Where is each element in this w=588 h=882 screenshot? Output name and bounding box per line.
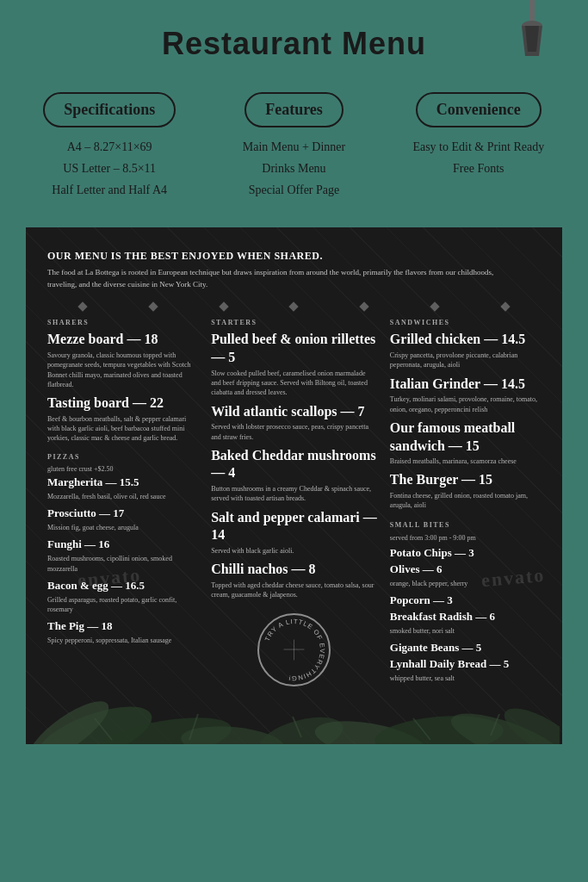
funghi-name: Funghi — 16 (47, 537, 198, 552)
sandwich-burger: The Burger — 15 Fontina cheese, grilled … (390, 471, 541, 510)
menu-tagline: OUR MENU IS THE BEST ENJOYED WHEN SHARED… (47, 249, 495, 264)
spec-badge-convenience: Convenience (416, 92, 542, 127)
pizza-margherita: Margherita — 15.5 Mozzarella, fresh basi… (47, 475, 198, 501)
diamond-row (47, 303, 541, 310)
spec-line-3: Half Letter and Half A4 (26, 179, 193, 201)
burger-name: The Burger — 15 (390, 471, 541, 489)
starter-scallops: Wild atlantic scallops — 7 Served with l… (211, 403, 377, 442)
potato-chips-name: Potato Chips — 3 (390, 546, 541, 561)
diamond-6 (430, 302, 439, 312)
menu-top-section: OUR MENU IS THE BEST ENJOYED WHEN SHARED… (47, 249, 541, 291)
sandwich-grilled-chicken: Grilled chicken — 14.5 Crispy pancetta, … (390, 331, 541, 370)
pizza-funghi: Funghi — 16 Roasted mushrooms, cipollini… (47, 537, 198, 573)
starter-mushrooms: Baked Cheddar mushrooms — 4 Button mushr… (211, 447, 377, 504)
tasting-desc: Beef & bourbon meatballs, salt & pepper … (47, 414, 198, 444)
pizza-bacon-egg: Bacon & egg — 16.5 Grilled asparagus, ro… (47, 579, 198, 614)
pizzas-label: PIZZAS (47, 453, 198, 461)
page-title: Restaurant Menu (17, 26, 571, 62)
diamond-4 (289, 302, 299, 312)
pizza-note: gluten free crust +$2.50 (47, 465, 198, 473)
spec-feat-2: Drinks Menu (210, 158, 377, 179)
prosciutto-name: Prosciutto — 17 (47, 506, 198, 521)
grilled-chicken-name: Grilled chicken — 14.5 (390, 331, 541, 349)
pulled-beef-name: Pulled beef & onion rillettes — 5 (211, 331, 377, 367)
spec-line-1: A4 – 8.27×11×69 (26, 136, 193, 158)
grilled-chicken-desc: Crispy pancetta, provolone piccante, cal… (390, 351, 541, 370)
starter-calamari: Salt and pepper calamari — 14 Served wit… (211, 509, 377, 556)
diamond-2 (148, 302, 158, 312)
calamari-desc: Served with black garlic aioli. (211, 546, 377, 556)
pulled-beef-desc: Slow cooked pulled beef, caramelised oni… (211, 369, 377, 398)
meatball-desc: Braised meatballs, marinara, scamorza ch… (390, 457, 541, 466)
bacon-egg-name: Bacon & egg — 16.5 (47, 579, 198, 593)
menu-col-mid: STARTERS Pulled beef & onion rillettes —… (211, 319, 377, 687)
spec-badge-features: Features (244, 92, 344, 127)
starter-nachos: Chilli nachos — 8 Topped with aged chedd… (211, 561, 377, 599)
spec-col-specifications: Specifications A4 – 8.27×11×69 US Letter… (26, 92, 193, 202)
mushrooms-desc: Button mushrooms in a creamy Cheddar & s… (211, 484, 377, 503)
funghi-desc: Roasted mushrooms, cipollini onion, smok… (47, 554, 198, 573)
pig-name: The Pig — 18 (47, 619, 198, 634)
sandwich-meatball: Our famous meatball sandwich — 15 Braise… (390, 419, 541, 467)
sandwich-italian-grinder: Italian Grinder — 14.5 Turkey, molinari … (390, 376, 541, 414)
spec-feat-3: Special Offer Page (210, 179, 377, 201)
bite-potato-chips: Potato Chips — 3 (390, 546, 541, 561)
bite-breakfast-radish: Breakfast Radish — 6 smoked butter, nori… (390, 610, 541, 636)
spec-line-2: US Letter – 8.5×11 (26, 158, 193, 179)
sandwiches-label: SANDWICHES (390, 319, 541, 326)
spec-text-2: Main Menu + Dinner Drinks Menu Special O… (210, 136, 377, 202)
radish-name: Breakfast Radish — 6 (390, 610, 541, 624)
leaf-decoration (26, 641, 562, 744)
starters-label: STARTERS (211, 319, 377, 326)
sharers-label: SHARERS (47, 319, 198, 326)
olives-desc: orange, black pepper, sherry (390, 579, 541, 588)
diamond-3 (219, 302, 228, 312)
starter-pulled-beef: Pulled beef & onion rillettes — 5 Slow c… (211, 331, 377, 397)
margherita-desc: Mozzarella, fresh basil, olive oil, red … (47, 492, 198, 501)
spacer (504, 249, 541, 291)
scallops-name: Wild atlantic scallops — 7 (211, 403, 377, 421)
mezze-name: Mezze board — 18 (47, 331, 198, 349)
small-bites-note: served from 3:00 pm - 9:00 pm (390, 533, 541, 543)
specs-row: envato envato Specifications A4 – 8.27×1… (0, 79, 588, 214)
prosciutto-desc: Mission fig, goat cheese, arugula (47, 523, 198, 532)
pizza-prosciutto: Prosciutto — 17 Mission fig, goat cheese… (47, 506, 198, 532)
meatball-name: Our famous meatball sandwich — 15 (390, 419, 541, 456)
spec-text-1: A4 – 8.27×11×69 US Letter – 8.5×11 Half … (26, 136, 193, 202)
menu-col-left: SHARERS Mezze board — 18 Savoury granola… (47, 319, 198, 687)
radish-desc: smoked butter, nori salt (390, 626, 541, 636)
burger-desc: Fontina cheese, grilled onion, roasted t… (390, 491, 541, 510)
spec-conv-2: Free Fonts (395, 158, 562, 179)
spec-text-3: Easy to Edit & Print Ready Free Fonts (395, 136, 562, 179)
spec-badge-specifications: Specifications (43, 92, 176, 127)
mushrooms-name: Baked Cheddar mushrooms — 4 (211, 447, 377, 483)
tagline-section: OUR MENU IS THE BEST ENJOYED WHEN SHARED… (47, 249, 495, 291)
diamond-1 (77, 302, 87, 312)
scallops-desc: Served with lobster prosecco sauce, peas… (211, 422, 377, 441)
spec-col-convenience: Convenience Easy to Edit & Print Ready F… (395, 92, 562, 202)
menu-item-tasting: Tasting board — 22 Beef & bourbon meatba… (47, 394, 198, 443)
leaves-svg (26, 641, 560, 744)
menu-item-mezze: Mezze board — 18 Savoury granola, classi… (47, 331, 198, 389)
menu-tagline-sub: The food at La Bottega is rooted in Euro… (47, 267, 495, 290)
margherita-name: Margherita — 15.5 (47, 475, 198, 490)
spec-conv-1: Easy to Edit & Print Ready (395, 136, 562, 158)
diamond-7 (500, 302, 510, 312)
olives-name: Olives — 6 (390, 562, 541, 577)
header: Restaurant Menu (0, 0, 588, 79)
italian-grinder-desc: Turkey, molinari salami, provolone, roma… (390, 394, 541, 413)
mezze-desc: Savoury granola, classic houmous topped … (47, 351, 198, 389)
menu-col-right: SANDWICHES Grilled chicken — 14.5 Crispy… (390, 319, 541, 687)
menu-columns: SHARERS Mezze board — 18 Savoury granola… (47, 319, 541, 687)
calamari-name: Salt and pepper calamari — 14 (211, 509, 377, 545)
nachos-desc: Topped with aged cheddar cheese sauce, t… (211, 581, 377, 599)
italian-grinder-name: Italian Grinder — 14.5 (390, 376, 541, 394)
popcorn-name: Popcorn — 3 (390, 593, 541, 608)
spec-col-features: Features Main Menu + Dinner Drinks Menu … (210, 92, 377, 202)
nachos-name: Chilli nachos — 8 (211, 561, 377, 579)
bite-olives: Olives — 6 orange, black pepper, sherry (390, 562, 541, 588)
bite-popcorn: Popcorn — 3 (390, 593, 541, 608)
small-bites-label: SMALL BITES (390, 521, 541, 529)
diamond-5 (360, 302, 369, 312)
menu-card: OUR MENU IS THE BEST ENJOYED WHEN SHARED… (26, 227, 562, 744)
